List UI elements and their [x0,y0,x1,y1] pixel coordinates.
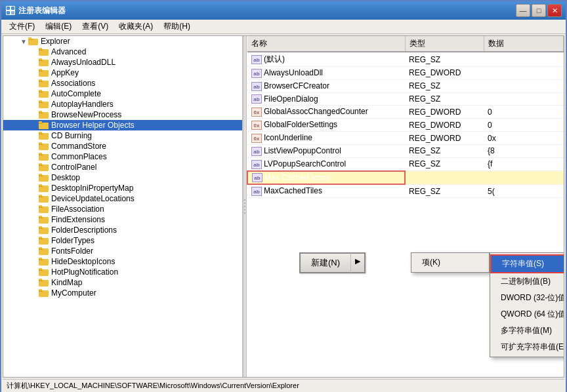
tree-label-deviceupdatelocations: DeviceUpdateLocations [51,194,135,203]
tree-item-autocomplete[interactable]: AutoComplete [3,88,242,99]
tree-toggle-explorer[interactable]: ▼ [19,37,28,46]
menu-file[interactable]: 文件(F) [4,20,40,33]
tree-panel[interactable]: ▼ Explorer [3,36,243,377]
content-area: ▼ Explorer [3,35,564,378]
folder-icon-desktop [39,173,49,182]
table-cell-data: {8 [484,144,564,157]
table-cell-data: {f [484,157,564,170]
no-toggle [30,236,39,245]
ab-icon: ab [251,187,262,196]
tree-root-explorer[interactable]: ▼ Explorer [3,36,242,47]
ab-icon: ab [251,69,262,78]
tree-item-advanced[interactable]: Advanced [3,47,242,57]
no-toggle [30,163,39,172]
tree-item-browserhelperobjects[interactable]: Browser Helper Objects [3,120,242,130]
tree-label-mycomputer: MyComputer [51,288,96,298]
tree-root-label: Explorer [41,37,70,46]
tree-item-controlpanel[interactable]: ControlPanel [3,162,242,172]
folder-icon-commonplaces [39,152,49,161]
table-cell-name: abFileOpenDialog [247,92,405,106]
col-type: 类型 [405,36,484,52]
minimize-button[interactable]: — [516,4,530,17]
status-bar: 计算机\HKEY_LOCAL_MACHINE\SOFTWARE\Microsof… [3,379,564,392]
tree-item-fileassociation[interactable]: FileAssociation [3,204,242,214]
dword-icon: 0x [251,121,262,130]
tree-item-commonplaces[interactable]: CommonPlaces [3,151,242,162]
no-toggle [30,79,39,88]
svg-rect-49 [39,186,43,187]
tree-item-autoplayhandlers[interactable]: AutoplayHandlers [3,99,242,109]
folder-open-icon [28,37,39,46]
tree-item-deviceupdatelocations[interactable]: DeviceUpdateLocations [3,193,242,204]
ab-icon: ab [252,173,262,182]
maximize-button[interactable]: □ [532,4,546,17]
menu-edit[interactable]: 编辑(E) [40,20,77,33]
svg-rect-73 [39,269,43,271]
tree-item-hotplugnotification[interactable]: HotPlugNotification [3,267,242,277]
tree-item-desktopinipropertymap[interactable]: DesktopIniPropertyMap [3,183,242,193]
new-arrow-button[interactable]: ▶ [350,252,366,273]
table-row[interactable]: 0xGlobalFolderSettingsREG_DWORD0 [247,119,564,132]
tree-label-kindmap: KindMap [51,278,82,287]
tree-item-fontsfolder[interactable]: FontsFolder [3,246,242,256]
cell-name-text: MaxCachedTiles [264,186,322,195]
tree-label-associations: Associations [51,79,95,88]
table-row[interactable]: 0xGlobalAssocChangedCounterREG_DWORD0 [247,106,564,119]
tree-item-foldertypes[interactable]: FolderTypes [3,235,242,246]
table-row[interactable]: abMaxCachedTilesREG_SZ5( [247,184,564,197]
table-row[interactable]: abFileOpenDialogREG_SZ [247,92,564,106]
tree-label-browserhelperobjects: Browser Helper Objects [51,121,135,130]
table-cell-data [484,52,564,67]
tree-item-desktop[interactable]: Desktop [3,172,242,183]
menu-view[interactable]: 查看(V) [77,20,114,33]
svg-rect-37 [39,144,43,145]
no-toggle [30,131,39,140]
table-row[interactable]: abLVPopupSearchControlREG_SZ{f [247,157,564,170]
submenu-item-binary[interactable]: 二进制制值(B) [490,273,564,290]
menu-help[interactable]: 帮助(H) [158,20,196,33]
submenu-item-dword[interactable]: DWORD (32-位)值(D) [490,290,564,306]
svg-rect-76 [39,280,43,281]
submenu-item-string[interactable]: 字符串值(S) [490,254,564,273]
tree-item-associations[interactable]: Associations [3,78,242,88]
tree-item-cdburning[interactable]: CD Burning [3,130,242,141]
table-row[interactable]: 0xIconUnderlineREG_DWORD0x [247,132,564,145]
tree-item-alwaysunloaddll[interactable]: AlwaysUnloadDLL [3,57,242,68]
table-cell-name: 0xIconUnderline [247,132,405,145]
tree-label-hidedesktopicons: HideDesktopIcons [51,257,115,266]
tree-item-findextensions[interactable]: FindExtensions [3,214,242,225]
menu-favorites[interactable]: 收藏夹(A) [114,20,158,33]
submenu-item-expandablestring[interactable]: 可扩充字符串值(E) [490,339,564,355]
cell-name-text: GlobalAssocChangedCounter [264,107,368,116]
table-row[interactable]: abAlwaysUnloadDllREG_DWORD [247,67,564,80]
table-cell-type: REG_DWORD [405,67,484,80]
tree-item-browsenewprocess[interactable]: BrowseNewProcess [3,109,242,120]
regedit-icon [5,5,16,16]
svg-rect-10 [39,49,43,50]
table-row[interactable]: ab(默认)REG_SZ [247,52,564,67]
tree-item-commandstore[interactable]: CommandStore [3,141,242,151]
tree-label-browsenewprocess: BrowseNewProcess [51,110,121,119]
table-row[interactable]: abListViewPopupControlREG_SZ{8 [247,144,564,157]
submenu-item-multistring[interactable]: 多字符串值(M) [490,323,564,339]
close-button[interactable]: ✕ [547,4,562,17]
table-cell-type [405,171,484,185]
no-toggle [30,215,39,224]
no-toggle [30,184,39,193]
tree-item-folderdescriptions[interactable]: FolderDescriptions [3,225,242,235]
tree-item-appkey[interactable]: AppKey [3,68,242,78]
tree-item-kindmap[interactable]: KindMap [3,277,242,288]
cm-item-key[interactable]: 项(K) [411,254,489,271]
svg-rect-2 [11,7,14,10]
table-cell-data: 0 [484,106,564,119]
cell-name-text: LVPopupSearchControl [264,159,346,168]
tree-item-mycomputer[interactable]: MyComputer [3,288,242,298]
svg-rect-67 [39,248,43,250]
svg-rect-22 [39,91,43,92]
new-button[interactable]: 新建(N) [299,252,350,273]
submenu-item-qword[interactable]: QWORD (64 位)值(Q) [490,306,564,323]
table-row[interactable]: abBrowserCFCreatorREG_SZ [247,79,564,92]
tree-label-fontsfolder: FontsFolder [51,246,93,256]
table-row[interactable]: abMax Cached Icons [247,171,564,185]
tree-item-hidedesktopicons[interactable]: HideDesktopIcons [3,256,242,267]
